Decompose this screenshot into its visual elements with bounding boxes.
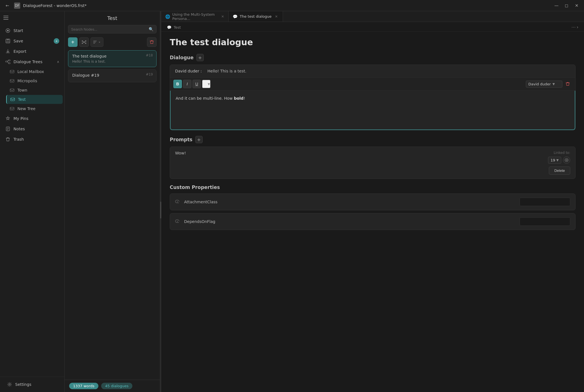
color-swatch-preview xyxy=(203,82,207,86)
sidebar-item-settings[interactable]: Settings xyxy=(3,379,61,389)
sort-button[interactable] xyxy=(90,37,103,47)
sidebar-item-micropolis[interactable]: Micropolis xyxy=(6,76,63,85)
custom-props-header: Custom Properties xyxy=(170,184,576,190)
dialogue-count-badge: 45 dialogues xyxy=(101,383,132,389)
svg-line-31 xyxy=(83,42,83,43)
navigate-to-button[interactable] xyxy=(563,156,570,164)
more-options-button[interactable]: ⋯ › xyxy=(571,25,578,30)
more-chevron: › xyxy=(577,25,578,30)
node-card-18[interactable]: #18 The test dialogue Hello! This is a t… xyxy=(68,50,157,67)
maximize-button[interactable]: ◻ xyxy=(563,2,571,10)
delete-prompt-button[interactable]: Delete xyxy=(549,167,570,175)
local-mailbox-label: Local Mailbox xyxy=(17,69,44,74)
color-picker-button[interactable]: ▼ xyxy=(202,80,210,88)
minimize-button[interactable]: — xyxy=(553,2,560,10)
svg-point-4 xyxy=(7,30,9,31)
svg-point-23 xyxy=(9,384,10,385)
prompt-linked: Linked to: 19 ▼ xyxy=(548,151,570,164)
linked-to-chevron: ▼ xyxy=(556,158,559,162)
prop-card-depends-on-flag: DependsOnFlag xyxy=(170,213,576,230)
bold-button[interactable]: B xyxy=(173,80,182,88)
sidebar-item-local-mailbox[interactable]: Local Mailbox xyxy=(6,67,63,76)
start-icon xyxy=(5,28,11,33)
sidebar-top xyxy=(0,11,64,24)
sidebar-item-start-label: Start xyxy=(13,28,23,33)
micropolis-label: Micropolis xyxy=(17,79,37,83)
depends-on-flag-input[interactable] xyxy=(520,217,570,226)
tab-multi-system[interactable]: 🌐 Using the Multi-System Persona... ✕ xyxy=(161,11,229,22)
node-number-18: #18 xyxy=(146,53,153,57)
settings-icon xyxy=(7,382,12,387)
sidebar-item-town[interactable]: Town xyxy=(6,86,63,95)
tab-multi-icon: 🌐 xyxy=(165,14,170,19)
breadcrumb-text: Test xyxy=(174,25,181,29)
node-search-area: 🔍 xyxy=(65,23,160,35)
custom-props-label: Custom Properties xyxy=(170,184,220,190)
sidebar-item-start[interactable]: Start xyxy=(2,26,63,36)
sidebar-item-new-tree[interactable]: New Tree xyxy=(6,104,63,113)
sidebar-nav: Start Save + Export xyxy=(0,24,64,377)
node-card-19[interactable]: #19 Dialogue #19 xyxy=(68,69,157,82)
editor-body[interactable]: And it can be multi-line. How bold! xyxy=(170,91,575,130)
linked-to-label: Linked to: xyxy=(548,151,570,155)
sidebar-item-trash[interactable]: Trash xyxy=(2,134,63,144)
sidebar-item-save[interactable]: Save + xyxy=(2,36,63,46)
town-label: Town xyxy=(17,88,27,92)
attachment-class-input[interactable] xyxy=(520,198,570,206)
sidebar-menu-button[interactable] xyxy=(2,13,10,22)
add-node-button[interactable]: + xyxy=(68,37,78,47)
breadcrumb: 💬 Test xyxy=(167,25,181,29)
save-badge: + xyxy=(54,38,59,44)
depends-on-flag-icon xyxy=(175,218,180,225)
add-dialogue-button[interactable]: + xyxy=(196,54,204,61)
page-title: The test dialogue xyxy=(170,37,576,47)
tab-test-dialogue[interactable]: 💬 The test dialogue ✕ xyxy=(229,11,283,22)
notes-label: Notes xyxy=(13,127,25,131)
delete-node-button[interactable] xyxy=(147,37,157,47)
node-list: #18 The test dialogue Hello! This is a t… xyxy=(65,49,160,380)
add-prompt-button[interactable]: + xyxy=(195,136,203,143)
linked-to-controls: 19 ▼ xyxy=(548,156,570,164)
tab-multi-close[interactable]: ✕ xyxy=(221,14,225,19)
svg-rect-0 xyxy=(3,16,8,16)
sidebar-item-notes[interactable]: Notes xyxy=(2,124,63,134)
dialogue-trees-section[interactable]: Dialogue Trees ∧ xyxy=(2,57,63,67)
dialogue-trees-chevron: ∧ xyxy=(57,60,59,64)
delete-dialogue-button[interactable] xyxy=(563,80,572,88)
back-button[interactable]: ← xyxy=(3,2,11,10)
dialogue-speaker: David duder : xyxy=(175,69,202,73)
svg-point-25 xyxy=(82,40,83,42)
svg-rect-1 xyxy=(3,17,8,18)
svg-rect-17 xyxy=(10,107,14,110)
close-button[interactable]: ✕ xyxy=(573,2,581,10)
svg-point-26 xyxy=(85,40,86,42)
search-input[interactable] xyxy=(71,27,146,31)
window-controls: — ◻ ✕ xyxy=(553,2,581,10)
tree-items-list: Local Mailbox Micropolis Town xyxy=(0,67,64,113)
svg-rect-7 xyxy=(6,41,9,42)
linked-to-select[interactable]: 19 ▼ xyxy=(548,157,561,164)
notes-icon xyxy=(5,126,11,132)
sidebar-item-export[interactable]: Export xyxy=(2,46,63,56)
svg-rect-14 xyxy=(10,79,14,82)
speaker-select[interactable]: David duder ▼ xyxy=(526,81,562,88)
underline-button[interactable]: U xyxy=(193,80,201,88)
tab-test-close[interactable]: ✕ xyxy=(274,14,279,19)
depends-on-flag-name: DependsOnFlag xyxy=(184,219,516,224)
app-container: Start Save + Export xyxy=(0,11,584,392)
svg-rect-8 xyxy=(6,61,7,62)
app-icon: DF xyxy=(14,3,20,9)
italic-button[interactable]: I xyxy=(183,80,191,88)
node-graph-button[interactable] xyxy=(79,37,89,47)
editor-toolbar: B I U ▼ David duder ▼ xyxy=(170,78,575,91)
sidebar-item-my-pins[interactable]: My Pins xyxy=(2,113,63,124)
svg-line-29 xyxy=(83,41,83,42)
editor-text-prefix: And it can be multi-line. How xyxy=(176,96,234,101)
statusbar: 1337 words 45 dialogues xyxy=(65,380,160,392)
sidebar-item-test[interactable]: Test xyxy=(6,95,63,104)
linked-to-value: 19 xyxy=(551,158,555,162)
my-pins-label: My Pins xyxy=(13,116,28,121)
dialogue-trees-icon xyxy=(5,59,11,65)
dialogue-section-header: Dialogue + xyxy=(170,54,576,61)
dialogue-static-row: David duder : Hello! This is a test. xyxy=(170,65,575,78)
